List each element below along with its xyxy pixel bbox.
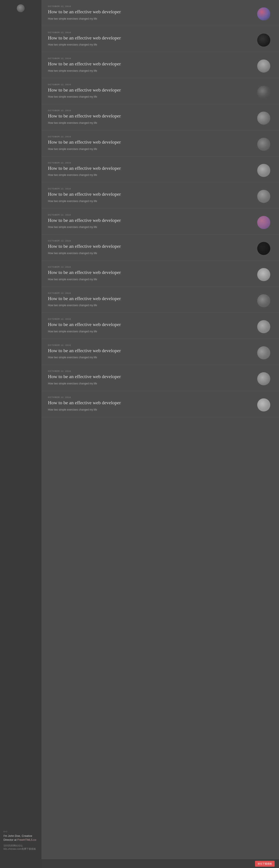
article-excerpt: How two simple exercises changed my life [48,251,253,255]
sidebar-nav: 访问同类网站论坛bbs.zheniao.com免费下载模板 [3,844,38,850]
article-text: OCTOBER 12, 2016 How to be an effective … [48,266,253,281]
sidebar: BIO I'm John Doe, Creative Director at F… [0,0,41,868]
article-title: How to be an effective web developer [48,139,253,145]
article-excerpt: How two simple exercises changed my life [48,225,253,229]
article-date: OCTOBER 12, 2016 [48,214,253,216]
article-title: How to be an effective web developer [48,321,253,328]
article-excerpt: How two simple exercises changed my life [48,277,253,281]
article-date: OCTOBER 12, 2016 [48,318,253,320]
article-date: OCTOBER 12, 2016 [48,110,253,112]
list-item[interactable]: OCTOBER 12, 2016 How to be an effective … [41,26,279,52]
list-item[interactable]: OCTOBER 12, 2016 How to be an effective … [41,130,279,156]
article-image [257,86,270,99]
list-item[interactable]: OCTOBER 12, 2016 How to be an effective … [41,52,279,78]
article-title: How to be an effective web developer [48,165,253,172]
list-item[interactable]: OCTOBER 12, 2016 How to be an effective … [41,209,279,235]
article-date: OCTOBER 12, 2016 [48,292,253,294]
article-date: OCTOBER 12, 2016 [48,162,253,164]
article-text: OCTOBER 12, 2016 How to be an effective … [48,214,253,229]
article-excerpt: How two simple exercises changed my life [48,355,253,359]
article-image [257,60,270,72]
article-title: How to be an effective web developer [48,400,253,406]
article-image [257,190,270,203]
article-text: OCTOBER 12, 2016 How to be an effective … [48,318,253,334]
list-item[interactable]: OCTOBER 12, 2016 How to be an effective … [41,261,279,287]
article-image [257,372,270,385]
article-image [257,164,270,177]
article-excerpt: How two simple exercises changed my life [48,381,253,385]
article-text: OCTOBER 12, 2016 How to be an effective … [48,240,253,255]
article-title: How to be an effective web developer [48,217,253,224]
article-title: How to be an effective web developer [48,87,253,93]
article-title: How to be an effective web developer [48,374,253,380]
list-item[interactable]: OCTOBER 12, 2016 How to be an effective … [41,365,279,391]
article-text: OCTOBER 12, 2016 How to be an effective … [48,292,253,308]
article-excerpt: How two simple exercises changed my life [48,173,253,177]
article-title: How to be an effective web developer [48,113,253,119]
article-excerpt: How two simple exercises changed my life [48,17,253,21]
article-list: OCTOBER 12, 2016 How to be an effective … [41,0,279,417]
article-text: OCTOBER 12, 2016 How to be an effective … [48,396,253,412]
article-image [257,216,270,229]
list-item[interactable]: OCTOBER 12, 2016 How to be an effective … [41,156,279,183]
article-title: How to be an effective web developer [48,296,253,302]
article-date: OCTOBER 12, 2016 [48,240,253,242]
article-title: How to be an effective web developer [48,269,253,276]
article-image [257,112,270,125]
article-excerpt: How two simple exercises changed my life [48,95,253,99]
article-date: OCTOBER 12, 2016 [48,188,253,190]
article-title: How to be an effective web developer [48,61,253,67]
article-excerpt: How two simple exercises changed my life [48,147,253,151]
article-image [257,346,270,359]
list-item[interactable]: OCTOBER 12, 2016 How to be an effective … [41,104,279,130]
article-date: OCTOBER 12, 2016 [48,396,253,398]
bio-label: BIO [3,831,38,833]
list-item[interactable]: OCTOBER 12, 2016 How to be an effective … [41,235,279,261]
article-date: OCTOBER 12, 2016 [48,57,253,60]
article-text: OCTOBER 12, 2016 How to be an effective … [48,188,253,203]
article-title: How to be an effective web developer [48,348,253,354]
article-text: OCTOBER 12, 2016 How to be an effective … [48,370,253,385]
article-title: How to be an effective web developer [48,9,253,15]
article-text: OCTOBER 12, 2016 How to be an effective … [48,344,253,360]
article-image [257,320,270,333]
article-title: How to be an effective web developer [48,243,253,250]
article-text: OCTOBER 12, 2016 How to be an effective … [48,110,253,125]
article-text: OCTOBER 12, 2016 How to be an effective … [48,31,253,47]
bio-link[interactable]: FreeHTML5.co [18,838,36,841]
list-item[interactable]: OCTOBER 12, 2016 How to be an effective … [41,0,279,26]
article-excerpt: How two simple exercises changed my life [48,303,253,307]
article-excerpt: How two simple exercises changed my life [48,199,253,203]
article-excerpt: How two simple exercises changed my life [48,408,253,412]
article-excerpt: How two simple exercises changed my life [48,121,253,125]
article-text: OCTOBER 12, 2016 How to be an effective … [48,5,253,21]
article-title: How to be an effective web developer [48,35,253,41]
article-text: OCTOBER 12, 2016 How to be an effective … [48,57,253,73]
article-date: OCTOBER 12, 2016 [48,135,253,138]
article-text: OCTOBER 12, 2016 How to be an effective … [48,162,253,177]
article-image [257,398,270,411]
article-date: OCTOBER 12, 2016 [48,344,253,346]
article-excerpt: How two simple exercises changed my life [48,330,253,334]
bio-text: I'm John Doe, Creative Director at FreeH… [3,834,38,842]
list-item[interactable]: OCTOBER 12, 2016 How to be an effective … [41,339,279,365]
article-date: OCTOBER 12, 2016 [48,31,253,34]
list-item[interactable]: OCTOBER 12, 2016 How to be an effective … [41,287,279,313]
article-date: OCTOBER 12, 2016 [48,5,253,7]
avatar [17,4,25,12]
download-button[interactable]: 前往下载模板 [255,861,275,867]
list-item[interactable]: OCTOBER 12, 2016 How to be an effective … [41,391,279,417]
article-date: OCTOBER 12, 2016 [48,84,253,86]
article-image [257,7,270,21]
list-item[interactable]: OCTOBER 12, 2016 How to be an effective … [41,182,279,209]
article-image [257,138,270,151]
article-image [257,34,270,46]
sidebar-bio: BIO I'm John Doe, Creative Director at F… [3,831,38,842]
list-item[interactable]: OCTOBER 12, 2016 How to be an effective … [41,78,279,104]
article-text: OCTOBER 12, 2016 How to be an effective … [48,84,253,99]
article-image [257,242,270,255]
article-title: How to be an effective web developer [48,191,253,197]
main-content: OCTOBER 12, 2016 How to be an effective … [41,0,279,868]
list-item[interactable]: OCTOBER 12, 2016 How to be an effective … [41,313,279,339]
article-excerpt: How two simple exercises changed my life [48,43,253,46]
